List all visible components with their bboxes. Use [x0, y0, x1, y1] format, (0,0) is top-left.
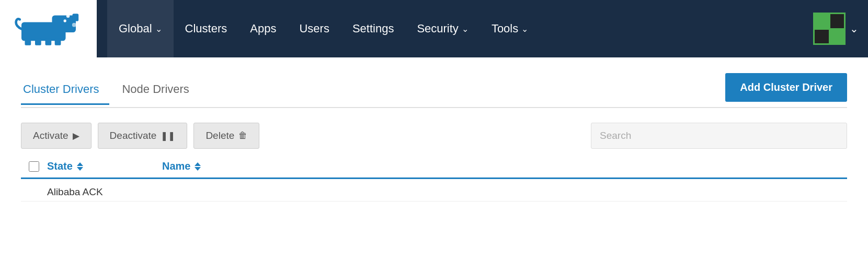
tab-cluster-drivers[interactable]: Cluster Drivers	[21, 77, 109, 105]
nav-item-apps[interactable]: Apps	[238, 0, 288, 57]
security-chevron-icon: ⌄	[462, 24, 469, 34]
nav-label-apps: Apps	[250, 22, 276, 35]
nav-item-tools[interactable]: Tools ⌄	[480, 0, 540, 57]
col-name-header[interactable]: Name	[162, 160, 847, 172]
table-row: Alibaba ACK	[21, 179, 847, 201]
nav-item-global[interactable]: Global ⌄	[107, 0, 174, 57]
nav-label-users: Users	[299, 22, 329, 35]
tabs-left: Cluster Drivers Node Drivers	[21, 76, 210, 104]
nav-items: Global ⌄ Clusters Apps Users Settings Se…	[97, 0, 804, 57]
svg-rect-1	[52, 15, 76, 32]
deactivate-button[interactable]: Deactivate ❚❚	[98, 123, 188, 149]
svg-rect-7	[54, 38, 61, 45]
svg-point-8	[63, 19, 66, 22]
navbar: Global ⌄ Clusters Apps Users Settings Se…	[0, 0, 868, 57]
avatar	[813, 13, 846, 45]
nav-label-clusters: Clusters	[185, 22, 227, 35]
avatar-chevron-icon: ⌄	[850, 22, 859, 35]
nav-label-security: Security	[417, 22, 458, 35]
delete-button[interactable]: Delete 🗑	[193, 123, 259, 149]
tab-node-drivers-label: Node Drivers	[122, 82, 189, 96]
main-content: Cluster Drivers Node Drivers Add Cluster…	[0, 57, 868, 201]
activate-button[interactable]: Activate ▶	[21, 123, 92, 149]
delete-label: Delete	[205, 130, 234, 141]
tab-cluster-drivers-label: Cluster Drivers	[23, 82, 99, 96]
tools-chevron-icon: ⌄	[521, 24, 528, 34]
row-name-text: Alibaba ACK	[47, 186, 103, 198]
col-state-header[interactable]: State	[47, 160, 162, 172]
state-column-label: State	[47, 160, 73, 172]
add-cluster-driver-button[interactable]: Add Cluster Driver	[725, 73, 847, 102]
svg-rect-6	[45, 38, 51, 45]
svg-point-9	[66, 14, 70, 18]
nav-item-users[interactable]: Users	[288, 0, 340, 57]
svg-rect-2	[72, 14, 78, 21]
avatar-cell-br	[830, 30, 844, 44]
tab-node-drivers[interactable]: Node Drivers	[120, 77, 199, 105]
sort-down-icon	[77, 167, 83, 171]
tabs-row: Cluster Drivers Node Drivers Add Cluster…	[21, 73, 847, 108]
name-sort-icon	[195, 162, 201, 171]
nav-label-global: Global	[119, 22, 152, 35]
pause-icon: ❚❚	[161, 130, 175, 141]
nav-item-settings[interactable]: Settings	[341, 0, 406, 57]
play-icon: ▶	[73, 130, 79, 141]
select-all-checkbox[interactable]	[29, 161, 39, 172]
avatar-cell-tr	[830, 14, 844, 28]
avatar-cell-bl	[815, 30, 829, 44]
sort-up-icon	[77, 162, 83, 166]
nav-label-settings: Settings	[352, 22, 394, 35]
name-column-label: Name	[162, 160, 190, 172]
header-checkbox-cell	[21, 161, 47, 172]
nav-item-security[interactable]: Security ⌄	[405, 0, 479, 57]
activate-label: Activate	[33, 130, 68, 141]
user-avatar-button[interactable]: ⌄	[804, 0, 868, 57]
nav-item-clusters[interactable]: Clusters	[174, 0, 239, 57]
state-sort-icon	[77, 162, 83, 171]
name-sort-up-icon	[195, 162, 201, 166]
nav-right: ⌄	[804, 0, 868, 57]
logo-area	[0, 0, 97, 57]
chevron-down-icon: ⌄	[155, 24, 162, 34]
avatar-cell-tl	[815, 14, 829, 28]
deactivate-label: Deactivate	[110, 130, 157, 141]
actions-row: Activate ▶ Deactivate ❚❚ Delete 🗑	[21, 123, 847, 149]
nav-label-tools: Tools	[492, 22, 518, 35]
svg-point-3	[72, 22, 76, 27]
svg-rect-4	[25, 38, 31, 45]
trash-icon: 🗑	[238, 130, 247, 141]
search-input[interactable]	[591, 123, 847, 149]
search-wrapper	[591, 123, 847, 149]
table-header: State Name	[21, 160, 847, 179]
rancher-logo	[15, 12, 83, 46]
name-sort-down-icon	[195, 167, 201, 171]
svg-rect-5	[35, 38, 41, 45]
add-cluster-driver-label: Add Cluster Driver	[740, 81, 832, 93]
